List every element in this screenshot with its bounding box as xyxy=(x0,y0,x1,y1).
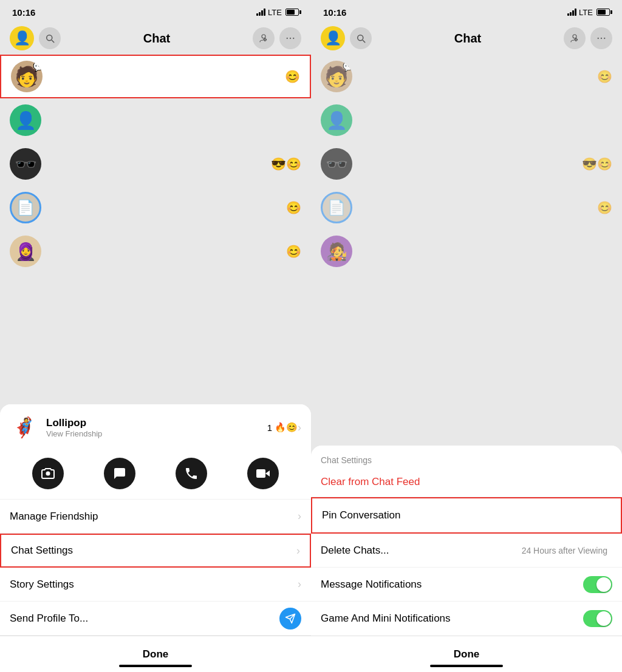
right-panel: 10:16 LTE 👤 Chat xyxy=(311,0,622,672)
send-icon xyxy=(285,613,296,624)
chat-avatar-1: 🧑 💬 xyxy=(11,61,43,92)
chat-emoji-r4: 😊 xyxy=(597,200,612,215)
chat-emoji-r3: 😎😊 xyxy=(582,157,612,171)
chat-row-1[interactable]: 🧑 💬 😊 xyxy=(0,55,311,98)
chat-row-3[interactable]: 🕶️ 😎😊 xyxy=(0,142,311,186)
chat-avatar-3: 🕶️ xyxy=(10,148,41,180)
game-notifications-label: Game And Mini Notifications xyxy=(321,613,583,625)
chat-settings-item[interactable]: Chat Settings › xyxy=(0,534,311,568)
home-indicator-left xyxy=(119,665,192,667)
story-settings-label: Story Settings xyxy=(10,579,298,591)
search-icon-right xyxy=(355,33,366,44)
camera-action-button[interactable] xyxy=(32,458,64,489)
friend-header[interactable]: 🦸 Lollipop View Friendship 1 🔥😊 › xyxy=(0,404,311,450)
chat-row-5[interactable]: 🧕 😊 xyxy=(0,229,311,273)
signal-icon-left xyxy=(256,8,265,16)
bottom-sheet-left: 🦸 Lollipop View Friendship 1 🔥😊 › xyxy=(0,404,311,636)
chat-avatar-2: 👤 xyxy=(10,104,41,136)
story-settings-chevron: › xyxy=(298,578,301,591)
chat-row-r5: 🧑‍🎤 xyxy=(311,229,622,273)
add-friend-icon-left xyxy=(258,33,269,44)
chat-row-r4: 📄 😊 xyxy=(311,186,622,229)
chat-list-right: 🧑 💬 😊 👤 🕶️ 😎😊 📄 😊 xyxy=(311,55,622,672)
time-left: 10:16 xyxy=(12,7,35,18)
streak-emoji: 🔥😊 xyxy=(275,422,298,433)
send-profile-button[interactable] xyxy=(279,608,301,630)
svg-point-3 xyxy=(46,472,50,476)
action-icons-row xyxy=(0,450,311,500)
friend-avatar: 🦸 xyxy=(10,413,39,442)
header-title-right: Chat xyxy=(372,32,564,46)
left-panel: 10:16 LTE 👤 Chat xyxy=(0,0,311,672)
send-profile-item[interactable]: Send Profile To... xyxy=(0,602,311,636)
friend-name: Lollipop xyxy=(46,417,267,429)
chat-row-r1: 🧑 💬 😊 xyxy=(311,55,622,98)
send-profile-label: Send Profile To... xyxy=(10,613,279,625)
chat-emoji-5: 😊 xyxy=(286,244,301,259)
pin-conversation-label: Pin Conversation xyxy=(322,509,611,521)
status-icons-left: LTE xyxy=(256,8,299,17)
message-notifications-label: Message Notifications xyxy=(321,579,583,591)
battery-icon-right xyxy=(596,8,610,16)
game-notifications-toggle[interactable] xyxy=(583,610,612,627)
pin-conversation-item[interactable]: Pin Conversation xyxy=(311,497,622,534)
avatar-left[interactable]: 👤 xyxy=(10,26,34,50)
chat-emoji-r1: 😊 xyxy=(597,69,612,84)
svg-rect-4 xyxy=(256,469,265,478)
speech-bubble-1: 💬 xyxy=(33,61,43,72)
chat-row-4[interactable]: 📄 😊 xyxy=(0,186,311,229)
search-icon-left xyxy=(44,33,55,44)
avatar-right[interactable]: 👤 xyxy=(321,26,345,50)
friend-streak: 1 🔥😊 xyxy=(267,422,298,433)
chat-avatar-r4: 📄 xyxy=(321,192,352,223)
done-label-left: Done xyxy=(143,648,169,660)
manage-friendship-label: Manage Friendship xyxy=(10,511,298,523)
chat-avatar-r1: 🧑 💬 xyxy=(321,61,352,92)
status-icons-right: LTE xyxy=(567,8,610,17)
phone-action-button[interactable] xyxy=(176,458,207,489)
status-bar-left: 10:16 LTE xyxy=(0,0,311,22)
svg-point-0 xyxy=(287,38,288,39)
story-settings-item[interactable]: Story Settings › xyxy=(0,568,311,602)
manage-friendship-chevron: › xyxy=(298,510,301,523)
add-friend-icon-right xyxy=(569,33,580,44)
chat-row-2[interactable]: 👤 xyxy=(0,98,311,142)
speech-bubble-r1: 💬 xyxy=(343,61,352,72)
add-friend-button-right[interactable] xyxy=(564,27,586,49)
search-button-right[interactable] xyxy=(350,27,372,49)
battery-icon-left xyxy=(285,8,299,16)
clear-chat-label: Clear from Chat Feed xyxy=(321,476,420,487)
friend-chevron: › xyxy=(298,421,301,434)
game-notifications-item[interactable]: Game And Mini Notifications xyxy=(311,602,622,636)
friend-sub: View Friendship xyxy=(46,429,267,438)
chat-settings-label: Chat Settings xyxy=(11,545,296,557)
signal-icon-right xyxy=(567,8,576,16)
chat-emoji-1: 😊 xyxy=(285,69,300,84)
more-icon-right xyxy=(596,33,607,44)
search-button-left[interactable] xyxy=(39,27,61,49)
chat-header-right: 👤 Chat xyxy=(311,22,622,55)
clear-chat-button[interactable]: Clear from Chat Feed xyxy=(311,467,622,497)
svg-point-2 xyxy=(293,38,294,39)
chat-action-button[interactable] xyxy=(104,458,135,489)
chat-settings-chevron: › xyxy=(296,545,300,557)
video-action-button[interactable] xyxy=(247,458,279,489)
chat-settings-section-label: Chat Settings xyxy=(311,446,622,467)
add-friend-button-left[interactable] xyxy=(253,27,275,49)
chat-avatar-5: 🧕 xyxy=(10,236,41,267)
chat-avatar-4: 📄 xyxy=(10,192,41,223)
chat-avatar-r2: 👤 xyxy=(321,104,352,136)
message-notifications-item[interactable]: Message Notifications xyxy=(311,568,622,602)
more-button-left[interactable] xyxy=(279,27,301,49)
manage-friendship-item[interactable]: Manage Friendship › xyxy=(0,500,311,534)
svg-point-1 xyxy=(290,38,291,39)
done-label-right: Done xyxy=(454,648,480,660)
time-right: 10:16 xyxy=(323,7,346,18)
more-button-right[interactable] xyxy=(590,27,612,49)
streak-count: 1 xyxy=(267,423,272,433)
header-icons-right xyxy=(564,27,612,49)
delete-chats-value: 24 Hours after Viewing xyxy=(522,546,607,555)
delete-chats-item[interactable]: Delete Chats... 24 Hours after Viewing xyxy=(311,534,622,568)
message-notifications-toggle[interactable] xyxy=(583,576,612,593)
friend-info: Lollipop View Friendship xyxy=(46,417,267,438)
